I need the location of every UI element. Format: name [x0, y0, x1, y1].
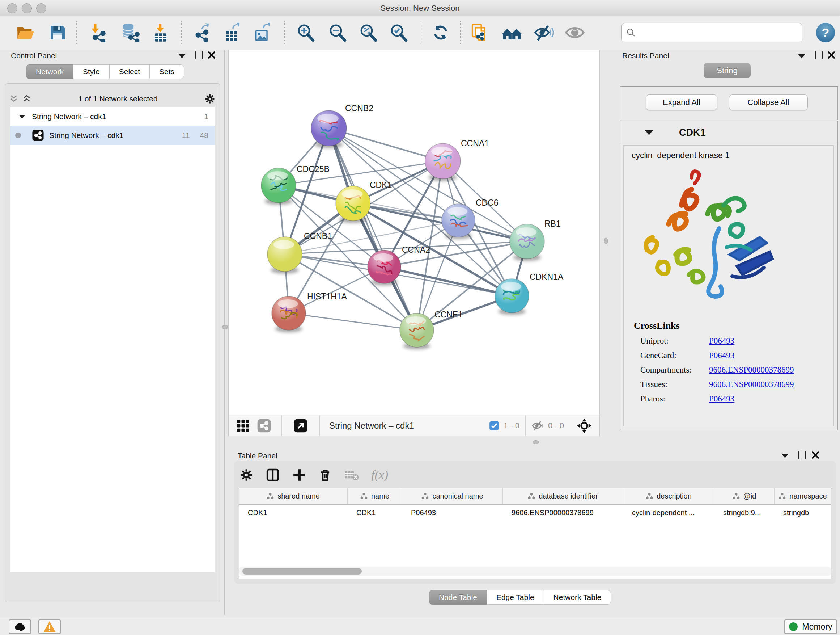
first-neighbors-icon[interactable]: [501, 22, 523, 43]
crosslink-uniprot-link[interactable]: P06493: [709, 336, 734, 346]
tab-network[interactable]: Network: [26, 65, 73, 79]
network-node-RB1[interactable]: RB1: [510, 219, 561, 261]
function-builder-icon[interactable]: f(x): [371, 468, 388, 482]
network-node-CDKN1A[interactable]: CDKN1A: [495, 272, 564, 315]
export-table-icon[interactable]: [222, 22, 243, 43]
add-column-icon[interactable]: [292, 468, 306, 482]
save-session-icon[interactable]: [47, 22, 68, 43]
help-icon[interactable]: ?: [816, 23, 835, 42]
table-panel-close-icon[interactable]: [812, 451, 819, 459]
tab-edge-table[interactable]: Edge Table: [487, 590, 544, 605]
network-tree: String Network – cdk1 1 String Network –…: [10, 107, 215, 572]
node-label-RB1: RB1: [545, 219, 561, 228]
search-box[interactable]: [622, 23, 802, 42]
crosslink-genecard-link[interactable]: P06493: [709, 351, 734, 360]
column-header[interactable]: name: [347, 488, 402, 504]
delete-table-icon[interactable]: [344, 468, 359, 482]
zoom-in-icon[interactable]: [295, 22, 316, 43]
network-node-HIST1H1A[interactable]: HIST1H1A: [272, 292, 347, 333]
delete-column-icon[interactable]: [318, 468, 332, 482]
import-table-file-icon[interactable]: [150, 22, 171, 43]
warning-button[interactable]: [38, 619, 61, 634]
right-splitter-handle[interactable]: [604, 238, 608, 244]
warning-icon: [43, 621, 56, 633]
gear-icon[interactable]: [204, 93, 215, 104]
open-in-window-icon[interactable]: [294, 418, 308, 433]
zoom-selected-icon[interactable]: [388, 22, 409, 43]
hidden-eye-icon[interactable]: [531, 419, 545, 432]
collection-expand-icon[interactable]: [19, 115, 25, 119]
column-header[interactable]: namespace: [775, 488, 831, 504]
control-panel-close-icon[interactable]: [208, 51, 216, 59]
memory-button[interactable]: Memory: [784, 619, 837, 634]
tab-select[interactable]: Select: [110, 65, 150, 79]
expand-all-button[interactable]: Expand All: [646, 95, 717, 111]
zoom-out-icon[interactable]: [327, 22, 348, 43]
node-table: shared name name canonical name database…: [239, 488, 831, 579]
apply-layout-icon[interactable]: [430, 22, 451, 43]
network-node-CDK1[interactable]: CDK1: [336, 180, 392, 223]
table-gear-icon[interactable]: [240, 468, 253, 482]
show-columns-icon[interactable]: [265, 468, 280, 482]
table-header-row: shared name name canonical name database…: [239, 488, 831, 505]
tab-style[interactable]: Style: [73, 65, 110, 79]
network-node-CCNB2[interactable]: CCNB2: [311, 103, 373, 148]
clone-network-icon[interactable]: [469, 22, 490, 43]
control-panel-menu-icon[interactable]: [178, 54, 186, 58]
table-panel-menu-icon[interactable]: [782, 454, 789, 458]
table-panel-float-icon[interactable]: [798, 451, 806, 459]
table-row[interactable]: CDK1 CDK1 P06493 9606.ENSP00000378699 cy…: [239, 505, 831, 521]
import-network-file-icon[interactable]: [88, 22, 109, 43]
export-image-icon[interactable]: [251, 22, 272, 43]
gene-expand-icon[interactable]: [645, 130, 653, 135]
crosslink-pharos-link[interactable]: P06493: [709, 394, 734, 404]
column-header[interactable]: canonical name: [402, 488, 503, 504]
search-input[interactable]: [639, 27, 798, 38]
birds-eye-crosshair-icon[interactable]: [576, 418, 592, 434]
table-horizontal-scrollbar[interactable]: [239, 567, 831, 576]
collapse-all-button[interactable]: Collapse All: [729, 95, 808, 111]
table-panel-title: Table Panel: [238, 451, 278, 460]
column-header[interactable]: @id: [714, 488, 775, 504]
network-row[interactable]: String Network – cdk1 11 48: [10, 126, 215, 145]
import-network-database-icon[interactable]: [119, 22, 141, 43]
network-node-CCNE1[interactable]: CCNE1: [400, 310, 463, 349]
column-header[interactable]: description: [623, 488, 714, 504]
export-network-icon[interactable]: [192, 22, 213, 43]
tab-sets[interactable]: Sets: [150, 65, 184, 79]
control-panel-tabs: Network Style Select Sets: [26, 65, 184, 79]
crosslink-compartments-link[interactable]: 9606.ENSP00000378699: [709, 365, 794, 375]
hide-selected-icon[interactable]: [533, 22, 554, 43]
network-edge[interactable]: [289, 313, 417, 330]
selected-checkbox-icon[interactable]: [489, 421, 499, 431]
control-panel-float-icon[interactable]: [195, 51, 203, 59]
open-session-icon[interactable]: [15, 22, 36, 43]
scrollbar-thumb[interactable]: [242, 568, 362, 575]
network-edge[interactable]: [329, 128, 527, 241]
left-splitter-handle[interactable]: [222, 325, 228, 329]
cloud-button[interactable]: [9, 619, 31, 634]
gene-group-header[interactable]: CDK1: [621, 121, 837, 144]
network-view-share-icon[interactable]: [257, 418, 271, 433]
column-header[interactable]: database identifier: [503, 488, 623, 504]
column-header[interactable]: shared name: [239, 488, 347, 504]
grid-view-icon[interactable]: [236, 418, 250, 433]
expand-all-icon[interactable]: [22, 94, 32, 103]
node-label-CDC6: CDC6: [476, 198, 499, 207]
results-panel-menu-icon[interactable]: [798, 54, 806, 58]
network-edge[interactable]: [384, 267, 512, 296]
tab-node-table[interactable]: Node Table: [429, 590, 487, 605]
crosslink-tissues-link[interactable]: 9606.ENSP00000378699: [709, 380, 794, 389]
results-panel-close-icon[interactable]: [827, 51, 835, 59]
zoom-fit-icon[interactable]: [358, 22, 379, 43]
network-collection-row[interactable]: String Network – cdk1 1: [10, 107, 215, 126]
collapse-all-icon[interactable]: [9, 94, 19, 103]
network-canvas[interactable]: CCNB2CCNA1CDC25BCDK1CDC6RB1CCNB1CCNA2CDK…: [228, 50, 600, 415]
network-graph[interactable]: CCNB2CCNA1CDC25BCDK1CDC6RB1CCNB1CCNA2CDK…: [229, 50, 600, 415]
tab-network-table[interactable]: Network Table: [544, 590, 611, 605]
network-view-toolbar: String Network – cdk1 1 - 0 0 - 0: [228, 415, 600, 436]
tab-string[interactable]: String: [704, 63, 751, 78]
node-label-CCNE1: CCNE1: [434, 310, 463, 319]
results-panel-float-icon[interactable]: [815, 51, 823, 59]
show-all-icon[interactable]: [564, 22, 585, 43]
